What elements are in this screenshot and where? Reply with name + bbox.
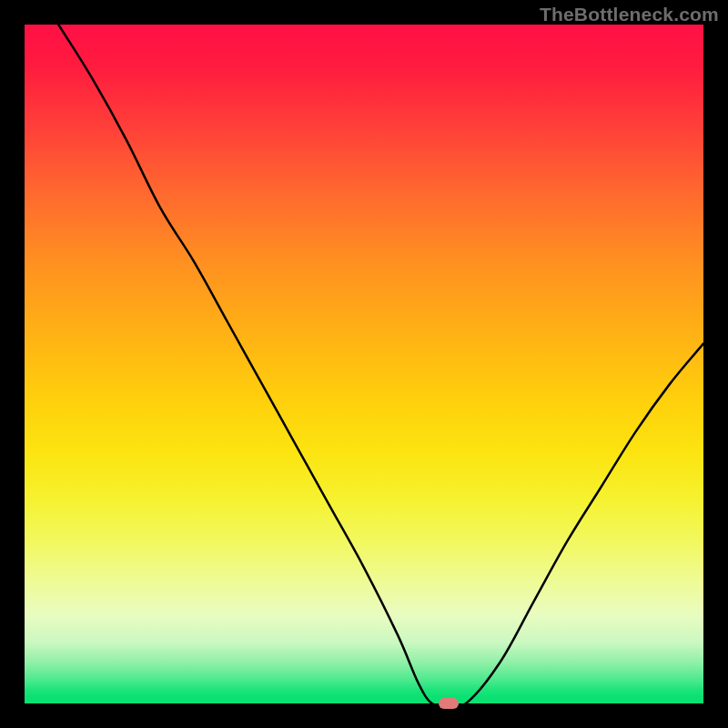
- bottleneck-curve: [25, 25, 703, 703]
- curve-svg: [25, 25, 703, 703]
- plot-area: [25, 25, 703, 703]
- chart-stage: TheBottleneck.com: [0, 0, 728, 728]
- watermark-text: TheBottleneck.com: [540, 4, 719, 25]
- optimal-marker: [439, 698, 459, 709]
